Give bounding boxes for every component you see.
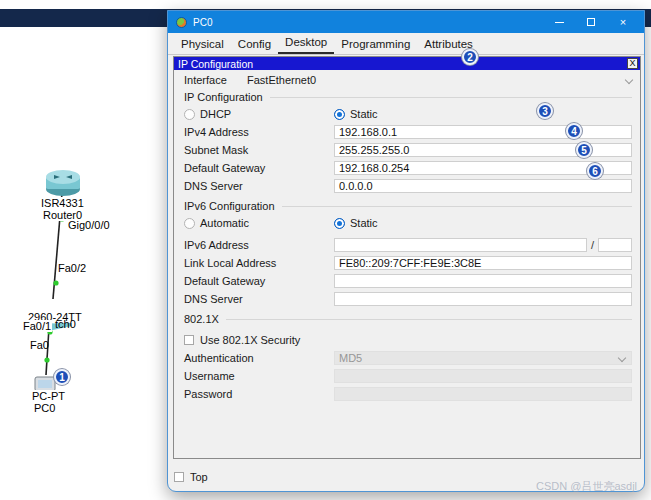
step-badge-5: 5 (576, 142, 592, 158)
minimize-button[interactable] (550, 15, 568, 29)
dns-server-row: DNS Server 0.0.0.0 (174, 177, 640, 195)
chevron-down-icon[interactable] (625, 75, 633, 83)
ipv6-address-input[interactable] (334, 238, 587, 252)
dns-server-input[interactable]: 0.0.0.0 (334, 179, 632, 193)
radio-off-icon (184, 218, 195, 229)
link-local-row: Link Local Address FE80::209:7CFF:FE9E:3… (174, 254, 640, 272)
chevron-down-icon (618, 354, 626, 362)
packet-tracer-icon (176, 17, 187, 28)
topology-canvas: ISR4331 Router0 Gig0/0/0 Fa0/2 2960-24TT… (0, 27, 167, 500)
link-status-dot (44, 357, 49, 362)
username-row: Username (174, 367, 640, 385)
ipv6-gateway-label: Default Gateway (184, 275, 334, 287)
subnet-mask-label: Subnet Mask (184, 144, 334, 156)
authentication-row: Authentication MD5 (174, 349, 640, 367)
ipv6-gateway-input[interactable] (334, 274, 632, 288)
section-divider (282, 206, 633, 207)
pc-model-label: PC-PT (31, 390, 66, 402)
section-divider (226, 319, 632, 320)
default-gateway-row: Default Gateway 192.168.0.254 (174, 159, 640, 177)
ipv4-address-label: IPv4 Address (184, 126, 334, 138)
ipv6-static-radio-label: Static (350, 217, 378, 229)
interface-label: Interface (184, 74, 247, 86)
router-model-label: ISR4331 (40, 197, 85, 209)
step-badge-4: 4 (566, 123, 582, 139)
password-label: Password (184, 388, 334, 400)
csdn-watermark: CSDN @吕世亮asdjl (536, 479, 637, 494)
top-checkbox-label: Top (190, 471, 208, 483)
pc-name-label: PC0 (33, 402, 56, 414)
ip-config-close-button[interactable]: X (627, 58, 638, 69)
link-status-dot (53, 280, 58, 285)
password-input (334, 387, 632, 401)
checkbox-unchecked-icon (184, 335, 194, 345)
ip-configuration-dialog: IP Configuration X Interface FastEtherne… (173, 56, 641, 459)
interface-select[interactable]: FastEthernet0 (247, 74, 626, 86)
ip-config-header[interactable]: IP Configuration X (174, 57, 640, 70)
ipv4-address-input[interactable]: 192.168.0.1 (334, 125, 632, 139)
static-radio-label: Static (350, 108, 378, 120)
checkbox-unchecked-icon (174, 472, 184, 482)
window-title: PC0 (193, 17, 212, 28)
authentication-select: MD5 (334, 351, 632, 365)
link-local-label: Link Local Address (184, 257, 334, 269)
port-label-fa02: Fa0/2 (58, 262, 86, 274)
ipv6-address-label: IPv6 Address (184, 239, 334, 251)
section-divider (270, 97, 632, 98)
link-local-input[interactable]: FE80::209:7CFF:FE9E:3C8E (334, 256, 632, 270)
username-label: Username (184, 370, 334, 382)
username-input (334, 369, 632, 383)
interface-row: Interface FastEthernet0 (174, 70, 640, 89)
window-titlebar[interactable]: PC0 × (168, 11, 644, 33)
step-badge-1: 1 (54, 369, 70, 385)
tab-desktop[interactable]: Desktop (278, 33, 334, 54)
prefix-separator: / (591, 239, 594, 251)
radio-on-icon (334, 218, 345, 229)
tab-config[interactable]: Config (231, 35, 278, 54)
ipv6-dns-input[interactable] (334, 292, 632, 306)
use-8021x-checkbox[interactable]: Use 802.1X Security (184, 334, 300, 346)
dhcp-radio-label: DHCP (200, 108, 231, 120)
ip-config-header-title: IP Configuration (178, 58, 253, 70)
dot1x-section-title-text: 802.1X (184, 313, 219, 325)
authentication-label: Authentication (184, 352, 334, 364)
step-badge-6: 6 (587, 163, 603, 179)
switch-name-partial-label: tch0 (55, 318, 76, 330)
ipv6-section-title: IPv6 Configuration (184, 198, 632, 214)
tab-programming[interactable]: Programming (334, 35, 417, 54)
ipv6-dns-row: DNS Server (174, 290, 640, 308)
ipv6-gateway-row: Default Gateway (174, 272, 640, 290)
close-button[interactable]: × (614, 15, 632, 29)
ipv6-mode-row: Automatic Static (174, 214, 640, 232)
radio-off-icon (184, 109, 195, 120)
use-8021x-label: Use 802.1X Security (200, 334, 300, 346)
maximize-button[interactable] (582, 15, 600, 29)
step-badge-3: 3 (537, 103, 553, 119)
automatic-radio[interactable]: Automatic (184, 217, 334, 229)
dhcp-radio[interactable]: DHCP (184, 108, 334, 120)
dot1x-section-title: 802.1X (184, 311, 632, 327)
minimize-icon (555, 22, 564, 23)
port-label-gig000: Gig0/0/0 (68, 219, 110, 231)
dns-server-label: DNS Server (184, 180, 334, 192)
static-radio[interactable]: Static (334, 108, 378, 120)
password-row: Password (174, 385, 640, 403)
ipv6-prefix-input[interactable] (598, 238, 632, 252)
maximize-icon (587, 18, 595, 26)
step-badge-2: 2 (462, 49, 478, 65)
ipv4-mode-row: DHCP Static (174, 105, 640, 123)
ipv6-static-radio[interactable]: Static (334, 217, 378, 229)
port-label-fa0: Fa0 (30, 339, 49, 351)
tab-bar: Physical Config Desktop Programming Attr… (168, 33, 644, 55)
radio-on-icon (334, 109, 345, 120)
ipv4-section-title-text: IP Configuration (184, 91, 263, 103)
top-checkbox-row[interactable]: Top (174, 471, 208, 483)
tab-physical[interactable]: Physical (174, 35, 231, 54)
ipv4-section-title: IP Configuration (184, 89, 632, 105)
pc0-window: PC0 × Physical Config Desktop Programmin… (167, 10, 645, 492)
ipv6-section-title-text: IPv6 Configuration (184, 200, 275, 212)
ipv6-dns-label: DNS Server (184, 293, 334, 305)
ipv6-address-row: IPv6 Address / (174, 236, 640, 254)
dot1x-checkbox-row: Use 802.1X Security (174, 331, 640, 349)
authentication-value: MD5 (339, 352, 362, 364)
